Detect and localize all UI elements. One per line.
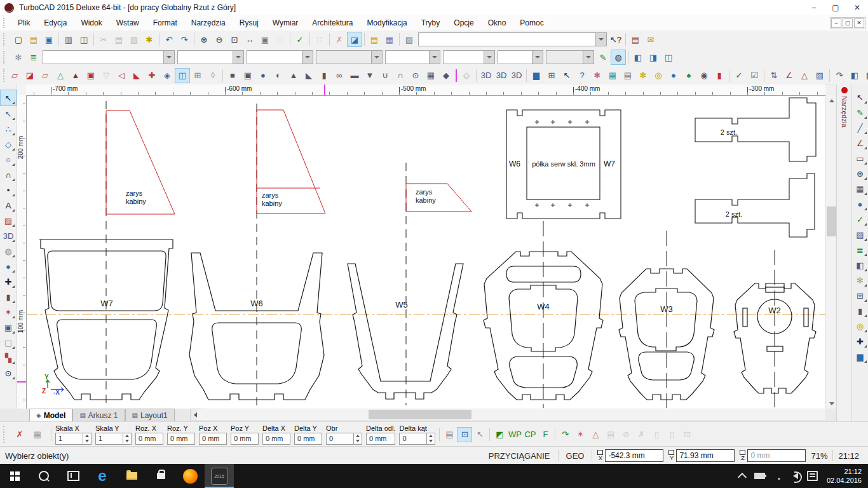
wp-by-facet-icon[interactable]: ▱ xyxy=(37,68,53,83)
coord-y-field[interactable]: 71.93 mm xyxy=(676,449,735,462)
rt-render-icon[interactable]: ● xyxy=(853,196,868,212)
wp-3d-icon[interactable]: ◈ xyxy=(159,68,175,83)
linestyle-combo[interactable] xyxy=(247,50,313,64)
solid-sphere-icon[interactable]: ● xyxy=(255,68,271,83)
snap-toggle[interactable]: PRZYCIĄGANIE xyxy=(486,451,553,461)
bool-subtract-icon[interactable]: ◨ xyxy=(646,50,661,65)
layers-icon[interactable]: ≣ xyxy=(26,50,41,65)
scroll-up-icon[interactable] xyxy=(826,95,837,105)
ruler-horizontal[interactable]: -700 mm-600 mm-500 mm-400 mm-300 mm xyxy=(26,85,825,96)
snap-grid-icon[interactable]: ∷ xyxy=(312,32,327,47)
solid-tool[interactable]: ▮ xyxy=(1,289,16,304)
hatch-combo[interactable] xyxy=(443,50,495,64)
mdi-minimize-button[interactable]: – xyxy=(831,18,841,28)
wifi-icon[interactable] xyxy=(774,473,784,480)
axes-icon[interactable]: ⇅ xyxy=(766,68,782,83)
revolve-3d-icon[interactable]: 3D xyxy=(509,68,524,83)
cut-icon[interactable]: ✂ xyxy=(96,32,111,47)
combo-arrow-icon[interactable] xyxy=(429,51,440,64)
mdi-close-button[interactable]: ✕ xyxy=(854,18,864,28)
export-icon[interactable]: ▧ xyxy=(402,32,417,47)
solid-vee-icon[interactable]: ▼ xyxy=(362,68,377,83)
solid-cone-icon[interactable]: ▲ xyxy=(286,68,301,83)
print-preview-icon[interactable]: ◫ xyxy=(76,32,92,47)
zoom-in-icon[interactable]: ⊕ xyxy=(196,32,212,47)
geo-toggle[interactable]: GEO xyxy=(564,451,587,461)
chart-icon[interactable]: ▆ xyxy=(529,68,544,83)
region-icon[interactable]: ⊡ xyxy=(679,427,695,442)
extrude-3d-icon[interactable]: 3D xyxy=(494,68,509,83)
clock[interactable]: 21:12 02.04.2016 xyxy=(827,467,862,485)
rt-select-icon[interactable]: ↖ xyxy=(853,90,868,105)
solid-slab-icon[interactable]: ▬ xyxy=(347,68,362,83)
t-part-2[interactable] xyxy=(695,173,815,237)
drag-grip[interactable] xyxy=(3,51,8,64)
warn-icon[interactable]: △ xyxy=(588,427,603,442)
move-tool[interactable]: ✚ xyxy=(1,274,16,289)
spinner[interactable] xyxy=(353,433,362,444)
select-tool[interactable]: ↖ xyxy=(0,90,17,106)
text-style-combo[interactable] xyxy=(498,50,543,64)
solid-disc-icon[interactable]: ⊙ xyxy=(408,68,423,83)
rt-line-icon[interactable]: ╱ xyxy=(853,120,868,135)
ruler-vertical[interactable]: 200 mm100 mm xyxy=(17,95,27,409)
inspector-table-icon[interactable]: ▦ xyxy=(30,427,45,442)
swatches-tool[interactable]: ▚ xyxy=(1,350,16,365)
tools-palette-strip[interactable]: Narzędzia xyxy=(836,85,851,421)
delete-box-icon[interactable]: ✗ xyxy=(634,427,649,442)
sweep-icon[interactable]: ◇ xyxy=(459,68,474,83)
open-file-icon[interactable]: ▤ xyxy=(26,32,41,47)
solid-mesh-icon[interactable]: ▦ xyxy=(423,68,438,83)
rt-zoom-icon[interactable]: ⊕ xyxy=(853,166,868,181)
select-wp-icon[interactable]: WP xyxy=(507,427,522,442)
volume-icon[interactable] xyxy=(793,473,798,479)
rt-hatch-icon[interactable]: ▨ xyxy=(853,227,868,242)
turbocad-taskbar-button[interactable]: 2015 xyxy=(205,464,234,488)
solid-box-icon[interactable]: ■ xyxy=(225,68,240,83)
sphere-tool[interactable]: ◍ xyxy=(1,243,16,259)
circle-tool[interactable]: ○ xyxy=(1,152,16,167)
rotate-sel-icon[interactable]: ↷ xyxy=(557,427,573,442)
point-tools[interactable]: ∴ xyxy=(1,121,16,137)
solid-wedge-icon[interactable]: ◣ xyxy=(301,68,316,83)
tab-arkusz-1[interactable]: ▤Arkusz 1 xyxy=(72,409,125,421)
unlock-icon[interactable]: ▯ xyxy=(649,427,664,442)
vegetation-icon[interactable]: ♠ xyxy=(681,68,696,83)
explode-tool[interactable]: ✶ xyxy=(1,304,16,320)
calculator-icon[interactable]: ▦ xyxy=(605,68,620,83)
solid-box-nodes-icon[interactable]: ▣ xyxy=(240,68,255,83)
rt-chart-icon[interactable]: ▆ xyxy=(853,349,868,364)
properties-gear-icon[interactable]: ✻ xyxy=(11,50,26,65)
spinner[interactable] xyxy=(426,433,435,444)
combo-arrow-icon[interactable] xyxy=(371,51,382,64)
tab-model[interactable]: ◈Model xyxy=(29,409,72,421)
print-icon[interactable]: ▥ xyxy=(61,32,76,47)
file-explorer-button[interactable] xyxy=(117,464,146,488)
lamp-icon[interactable]: ◎ xyxy=(651,68,666,83)
zoom-previous-icon[interactable]: ◌ xyxy=(273,32,288,47)
maximize-button[interactable]: ▢ xyxy=(825,0,846,15)
snap-tool[interactable]: ⊙ xyxy=(1,365,16,381)
layer-combo[interactable] xyxy=(43,50,175,64)
select-cp-icon[interactable]: CP xyxy=(522,427,538,442)
settings-gears-icon[interactable]: ✻ xyxy=(635,68,651,83)
solid-hemisphere-icon[interactable]: ◐ xyxy=(271,68,286,83)
rt-sketch-icon[interactable]: ✎ xyxy=(853,105,868,120)
stamp-icon[interactable]: ▤ xyxy=(603,427,618,442)
rt-halfplane-icon[interactable]: ◧ xyxy=(853,257,868,273)
wp-by-3points-icon[interactable]: △ xyxy=(53,68,68,83)
spinner[interactable] xyxy=(123,433,131,444)
palette-icon[interactable]: ✱ xyxy=(590,68,605,83)
selector-icon[interactable]: ↖ xyxy=(559,68,574,83)
horizontal-scroll-thumb[interactable] xyxy=(369,410,471,419)
new-file-icon[interactable]: ▢ xyxy=(11,32,26,47)
selection-combobox[interactable] xyxy=(418,32,607,46)
ungroup-tool[interactable]: ▢ xyxy=(1,335,16,350)
triangle-measure-icon[interactable]: △ xyxy=(797,68,812,83)
select-query-icon[interactable]: ? xyxy=(574,68,590,83)
wp-facet-select-icon[interactable]: ◫ xyxy=(175,68,190,83)
angle-measure-icon[interactable]: ∠ xyxy=(782,68,797,83)
lineweight-combo[interactable] xyxy=(316,50,383,64)
vertical-scrollbar[interactable] xyxy=(825,95,837,409)
rt-plus-icon[interactable]: ✚ xyxy=(853,334,868,349)
